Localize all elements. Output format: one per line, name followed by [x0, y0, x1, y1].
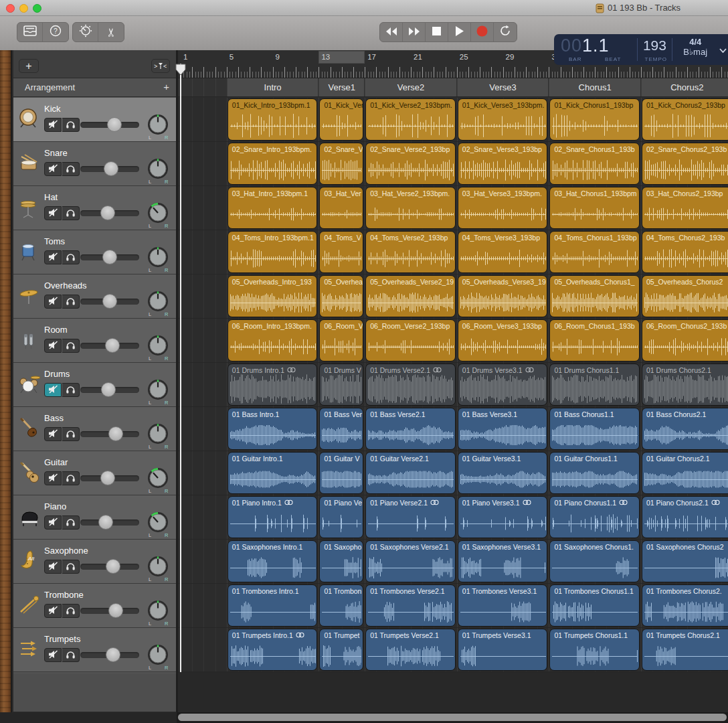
volume-slider-thumb[interactable]	[102, 250, 117, 264]
play-button[interactable]	[448, 23, 471, 42]
region[interactable]: 01 Bass Chorus1.1	[549, 408, 640, 450]
track-header-toms[interactable]: TomsLR	[13, 230, 176, 274]
region[interactable]: 02_Snare_Verse2_193bp	[365, 143, 456, 185]
solo-button[interactable]	[62, 560, 80, 574]
pan-knob[interactable]: LR	[145, 155, 171, 185]
solo-button[interactable]	[62, 427, 80, 441]
pan-knob[interactable]: LR	[145, 509, 171, 538]
volume-slider-thumb[interactable]	[100, 471, 115, 485]
region[interactable]: 01 Piano Verse2.1	[365, 496, 456, 538]
track-header-trombone[interactable]: TromboneLR	[13, 584, 176, 628]
region[interactable]: 03_Hat_Chorus2_193bp	[642, 187, 728, 229]
pan-knob[interactable]: LR	[145, 553, 171, 582]
arrangement-track-header[interactable]: Arrangement +	[13, 78, 176, 97]
region[interactable]: 01_Kick_Intro_193bpm.1	[227, 98, 318, 141]
solo-button[interactable]	[62, 604, 80, 618]
pan-knob[interactable]: LR	[145, 597, 171, 627]
volume-slider-thumb[interactable]	[102, 294, 117, 309]
region[interactable]: 02_Snare_Chorus1_193b	[549, 143, 640, 185]
region[interactable]: 01 Drums V	[319, 364, 363, 406]
arrangement-section-intro[interactable]: Intro	[227, 78, 318, 96]
region[interactable]: 01 Trumpets Chorus2.1	[642, 629, 728, 671]
arrangement-section-verse3[interactable]: Verse3	[458, 78, 549, 96]
track-header-drums[interactable]: DrumsLR	[13, 363, 176, 407]
volume-slider-thumb[interactable]	[106, 559, 120, 574]
region[interactable]: 01 Bass Ver	[319, 408, 363, 450]
region[interactable]: 06_Room_V	[319, 319, 363, 362]
track-header-overheads[interactable]: OverheadsLR	[13, 274, 176, 319]
region[interactable]: 02_Snare_Verse3_193bp	[458, 143, 548, 185]
solo-button[interactable]	[62, 162, 80, 176]
track-header-guitar[interactable]: GuitarLR	[13, 451, 176, 495]
add-track-button[interactable]: +	[19, 59, 39, 73]
pan-knob[interactable]: LR	[145, 288, 171, 317]
mute-button[interactable]	[44, 339, 62, 353]
arrangement-add-button[interactable]: +	[163, 81, 169, 92]
region[interactable]: 03_Hat_Chorus1_193bpm	[549, 187, 640, 229]
track-header-piano[interactable]: PianoLR	[13, 495, 176, 540]
track-header-bass[interactable]: BassLR	[13, 407, 176, 451]
region[interactable]: 04_Toms_Chorus2_193b	[642, 231, 728, 273]
region[interactable]: 01 Piano Verse3.1	[458, 496, 548, 538]
solo-button[interactable]	[62, 295, 80, 309]
pan-knob[interactable]: LR	[145, 420, 171, 450]
region[interactable]: 01 Bass Chorus2.1	[642, 408, 728, 450]
volume-slider-thumb[interactable]	[108, 603, 123, 618]
region[interactable]: 02_Snare_V	[319, 143, 363, 185]
region[interactable]: 04_Toms_Verse2_193bp	[365, 231, 456, 273]
arrangement-section-verse1[interactable]: Verse1	[319, 78, 364, 96]
lcd-display-mode-button[interactable]	[718, 34, 728, 65]
region[interactable]: 04_Toms_Verse3_193bp	[458, 231, 548, 273]
pan-knob[interactable]: LR	[145, 332, 171, 362]
region[interactable]: 05_Overheads_Verse2_19	[365, 275, 456, 317]
close-button[interactable]	[6, 4, 15, 13]
rewind-button[interactable]	[380, 23, 403, 42]
solo-button[interactable]	[62, 648, 80, 662]
solo-button[interactable]	[62, 339, 80, 353]
region[interactable]: 01 Guitar Verse2.1	[365, 452, 456, 494]
horizontal-scrollbar[interactable]	[0, 712, 728, 723]
mute-button[interactable]	[44, 560, 62, 574]
volume-slider-thumb[interactable]	[106, 647, 120, 662]
region[interactable]: 03_Hat_Verse2_193bpm.	[365, 187, 456, 229]
volume-slider-thumb[interactable]	[100, 206, 115, 220]
region[interactable]: 01_Kick_Chorus1_193bp	[549, 98, 640, 141]
region[interactable]: 01 Trumpet	[319, 629, 363, 671]
region[interactable]: 01 Piano Ve	[319, 496, 363, 538]
track-header-saxophone[interactable]: AltSaxophoneLR	[13, 540, 176, 584]
region[interactable]: 01 Trombones Intro.1	[227, 584, 318, 627]
pan-knob[interactable]: LR	[145, 465, 171, 494]
mute-button[interactable]	[44, 383, 62, 397]
library-button[interactable]	[17, 23, 43, 42]
solo-button[interactable]	[62, 118, 80, 132]
arrangement-section-chorus2[interactable]: Chorus2	[642, 78, 728, 96]
solo-button[interactable]	[62, 383, 80, 397]
pan-knob[interactable]: LR	[145, 111, 171, 141]
region[interactable]: 06_Room_Intro_193bpm.	[227, 319, 318, 362]
region[interactable]: 01 Guitar V	[319, 452, 363, 494]
forward-button[interactable]	[403, 23, 426, 42]
region[interactable]: 06_Room_Verse3_193bp	[458, 319, 548, 362]
region[interactable]: 01_Kick_Verse2_193bpm.	[365, 98, 456, 141]
region[interactable]: 01 Drums Intro.1	[227, 364, 318, 406]
mute-button[interactable]	[44, 515, 62, 530]
smart-controls-button[interactable]	[73, 23, 98, 42]
region[interactable]: 05_Overheads_Verse3_19	[458, 275, 548, 317]
region[interactable]: 01 Saxophones Verse3.1	[458, 540, 548, 582]
arrangement-section-verse2[interactable]: Verse2	[365, 78, 456, 96]
region[interactable]: 02_Snare_Chorus2_193b	[642, 143, 728, 185]
minimize-button[interactable]	[19, 4, 28, 13]
playhead-marker[interactable]	[175, 64, 186, 78]
region[interactable]: 01 Piano Chorus2.1	[642, 496, 728, 538]
stop-button[interactable]	[426, 23, 448, 42]
mute-button[interactable]	[44, 250, 62, 264]
region[interactable]: 01_Kick_Ver	[319, 98, 363, 141]
mute-button[interactable]	[44, 427, 62, 441]
region[interactable]: 01 Saxophones Intro.1	[227, 540, 318, 582]
region[interactable]: 03_Hat_Ver	[319, 187, 363, 229]
track-header-filter-button[interactable]: ><	[151, 59, 170, 73]
region[interactable]: 01 Drums Chorus2.1	[642, 364, 728, 406]
region[interactable]: 06_Room_Chorus2_193b	[642, 319, 728, 362]
region[interactable]: 01 Piano Intro.1	[227, 496, 318, 538]
track-header-trumpets[interactable]: TrumpetsLR	[13, 628, 176, 672]
